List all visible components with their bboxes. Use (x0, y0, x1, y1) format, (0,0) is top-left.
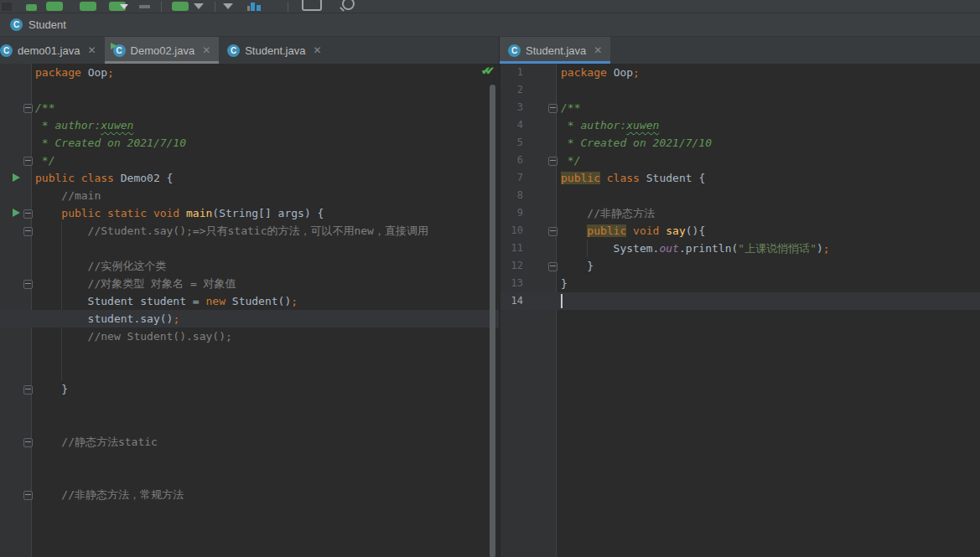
code-line[interactable] (0, 451, 499, 468)
code-line[interactable]: 11 System.out.println("上课说悄悄话"); (500, 240, 980, 257)
close-icon[interactable]: ✕ (594, 44, 602, 56)
code-line[interactable] (500, 539, 980, 556)
fold-marker-icon[interactable] (23, 385, 33, 395)
stop-icon[interactable] (139, 5, 150, 8)
code-line[interactable] (0, 345, 499, 363)
fold-marker-icon[interactable] (23, 157, 33, 166)
code-line[interactable]: 1package Oop; (500, 64, 980, 81)
fold-marker-icon[interactable] (23, 438, 33, 447)
code-line[interactable] (0, 539, 499, 556)
panel-edge-icon[interactable] (2, 3, 12, 11)
code-line[interactable] (500, 327, 980, 345)
window-icon[interactable] (302, 0, 322, 11)
run-config-icon[interactable] (172, 2, 189, 11)
run-arrow-icon[interactable] (13, 173, 20, 182)
editor-student[interactable]: 1package Oop;23/**4 * author:xuwen5 * Cr… (499, 64, 980, 557)
profiler-icon[interactable] (247, 3, 266, 11)
code-line[interactable] (0, 521, 499, 539)
search-icon[interactable] (342, 0, 355, 10)
fold-marker-icon[interactable] (23, 209, 33, 219)
code-line[interactable]: 2 (500, 81, 980, 99)
fold-marker-icon[interactable] (548, 157, 557, 166)
code-line[interactable] (500, 503, 980, 521)
tab-Demo02.java[interactable]: CDemo02.java✕ (105, 37, 220, 64)
line-number: 6 (500, 152, 523, 169)
code-line[interactable] (0, 415, 499, 433)
code-line[interactable]: 14 (500, 292, 980, 310)
code-line[interactable] (500, 486, 980, 503)
code-line[interactable] (500, 363, 980, 380)
code-line[interactable]: /** (0, 99, 499, 116)
code-line[interactable] (0, 363, 499, 380)
code-line[interactable] (0, 503, 499, 521)
fold-marker-icon[interactable] (23, 104, 33, 113)
code-line[interactable] (500, 415, 980, 433)
code-line[interactable] (500, 345, 980, 363)
code-line[interactable] (500, 398, 980, 415)
code-line[interactable]: //静态方法static (0, 433, 499, 451)
navigation-bar[interactable]: C Student (0, 13, 980, 37)
code-line[interactable]: public static void main(String[] args) { (0, 204, 499, 222)
code-line[interactable]: } (0, 380, 499, 398)
code-line[interactable]: Student student = new Student(); (0, 292, 499, 310)
code-line[interactable] (500, 521, 980, 539)
code-line[interactable]: 8 (500, 187, 980, 204)
chevron-down-icon[interactable] (223, 3, 233, 9)
code-line[interactable] (500, 468, 980, 486)
code-line[interactable] (0, 81, 499, 99)
code-line[interactable]: //实例化这个类 (0, 257, 499, 275)
code-line[interactable]: //对象类型 对象名 = 对象值 (0, 275, 499, 292)
code-line[interactable]: 9 //非静态方法 (500, 204, 980, 222)
code-line[interactable]: //main (0, 187, 499, 204)
code-text: public class Student { (561, 169, 705, 187)
build-icon[interactable] (26, 4, 37, 11)
code-line[interactable]: 3/** (500, 99, 980, 116)
editor-demo02[interactable]: package Oop;/** * author:xuwen * Created… (0, 64, 499, 557)
code-line[interactable]: package Oop; (0, 64, 499, 81)
code-line[interactable] (0, 398, 499, 415)
code-line[interactable]: //Student.say();=>只有static的方法，可以不用new，直接… (0, 222, 499, 240)
fold-marker-icon[interactable] (548, 227, 557, 236)
code-line[interactable] (500, 310, 980, 327)
code-line[interactable]: 10 public void say(){ (500, 222, 980, 240)
tab-Student.java[interactable]: CStudent.java✕ (219, 37, 329, 64)
code-line[interactable]: student.say(); (0, 310, 499, 327)
run-icon[interactable] (46, 2, 63, 11)
fold-marker-icon[interactable] (23, 280, 33, 289)
breadcrumb[interactable]: Student (29, 18, 66, 31)
run-config-chevron-icon[interactable] (194, 3, 204, 9)
code-line[interactable] (500, 433, 980, 451)
code-line[interactable]: 6 */ (500, 152, 980, 169)
code-text: public static void main(String[] args) { (35, 204, 324, 222)
run-arrow-icon[interactable] (13, 209, 20, 217)
inspections-ok-icon[interactable]: ✔✔ (481, 64, 498, 78)
code-line[interactable]: 4 * author:xuwen (500, 116, 980, 134)
code-line[interactable]: * Created on 2021/7/10 (0, 134, 499, 152)
code-line[interactable] (500, 451, 980, 468)
code-line[interactable]: * author:xuwen (0, 116, 499, 134)
fold-marker-icon[interactable] (23, 227, 33, 236)
code-line[interactable]: public class Demo02 { (0, 169, 499, 187)
code-text: //main (35, 187, 101, 204)
code-line[interactable]: //new Student().say(); (0, 327, 499, 345)
tab-demo01.java[interactable]: Cdemo01.java✕ (0, 37, 105, 64)
code-line[interactable]: 5 * Created on 2021/7/10 (500, 134, 980, 152)
close-icon[interactable]: ✕ (313, 44, 321, 56)
code-line[interactable] (500, 380, 980, 398)
coverage-chevron-icon[interactable] (120, 4, 128, 9)
code-line[interactable] (0, 240, 499, 257)
fold-marker-icon[interactable] (548, 262, 557, 271)
tab-Student.java[interactable]: CStudent.java✕ (500, 37, 610, 64)
close-icon[interactable]: ✕ (202, 44, 210, 56)
code-line[interactable]: 7public class Student { (500, 169, 980, 187)
scrollbar[interactable] (490, 85, 495, 557)
fold-marker-icon[interactable] (23, 491, 33, 500)
code-line[interactable]: */ (0, 152, 499, 169)
debug-icon[interactable] (80, 2, 96, 11)
fold-marker-icon[interactable] (548, 104, 557, 113)
close-icon[interactable]: ✕ (87, 44, 96, 56)
code-line[interactable]: //非静态方法，常规方法 (0, 486, 499, 503)
code-line[interactable]: 12 } (500, 257, 980, 275)
code-line[interactable]: 13} (500, 275, 980, 292)
code-line[interactable] (0, 468, 499, 486)
